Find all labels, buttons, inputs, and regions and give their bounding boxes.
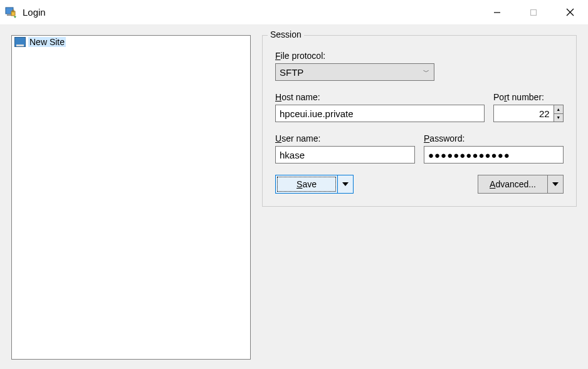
password-input[interactable]: [424, 146, 564, 164]
window-controls: [479, 0, 588, 24]
monitor-icon: [14, 37, 26, 47]
save-split-button: Save: [275, 175, 354, 194]
port-label: Port number:: [493, 92, 544, 102]
close-button[interactable]: [552, 0, 588, 24]
protocol-select[interactable]: SFTP: [275, 63, 434, 81]
save-dropdown-button[interactable]: [337, 175, 354, 194]
advanced-split-button: Advanced...: [478, 175, 564, 194]
user-input[interactable]: [275, 146, 415, 164]
protocol-field: File protocol: SFTP ﹀: [275, 51, 564, 81]
advanced-dropdown-button[interactable]: [547, 175, 564, 194]
session-groupbox: Session File protocol: SFTP ﹀ Host name:…: [262, 35, 577, 207]
window-title: Login: [23, 7, 479, 18]
port-spinner: ▲ ▼: [554, 105, 564, 122]
port-input[interactable]: [493, 105, 554, 122]
port-down-button[interactable]: ▼: [554, 114, 563, 122]
maximize-button: [515, 0, 552, 24]
site-label: New Site: [28, 37, 66, 47]
port-field: Port number: ▲ ▼: [493, 92, 564, 122]
content-area: New Site Session File protocol: SFTP ﹀ H…: [0, 25, 588, 369]
session-panel: Session File protocol: SFTP ﹀ Host name:…: [262, 35, 577, 369]
svg-rect-5: [531, 9, 537, 15]
titlebar: Login: [0, 0, 588, 25]
host-input[interactable]: [275, 105, 485, 122]
sites-panel[interactable]: New Site: [11, 35, 251, 360]
save-button[interactable]: Save: [275, 175, 338, 194]
session-legend: Session: [268, 29, 304, 39]
port-up-button[interactable]: ▲: [554, 105, 563, 114]
minimize-button[interactable]: [479, 0, 515, 24]
site-item-new[interactable]: New Site: [12, 36, 250, 48]
host-field: Host name:: [275, 92, 485, 122]
user-label: User name:: [275, 133, 320, 143]
app-icon: [5, 6, 18, 19]
password-label: Password:: [424, 133, 465, 143]
chevron-down-icon: [552, 182, 559, 186]
user-field: User name:: [275, 133, 415, 164]
protocol-label: File protocol:: [275, 51, 325, 61]
advanced-button[interactable]: Advanced...: [478, 175, 548, 194]
chevron-down-icon: [342, 182, 349, 186]
password-field: Password:: [424, 133, 564, 164]
host-label: Host name:: [275, 92, 320, 102]
